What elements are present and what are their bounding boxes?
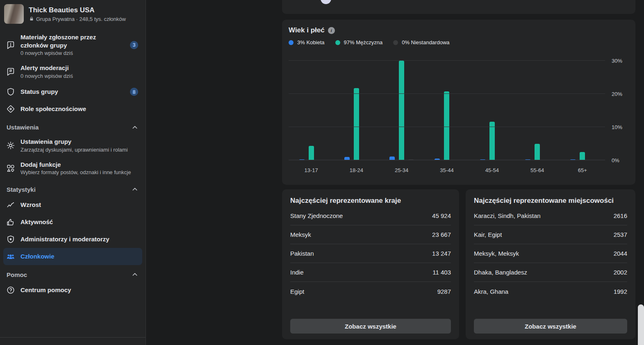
report-bubble-icon xyxy=(6,40,16,50)
info-icon[interactable]: i xyxy=(328,27,335,34)
sidebar-section-stats[interactable]: Statystyki xyxy=(0,180,146,196)
see-all-countries-button[interactable]: Zobacz wszystkie xyxy=(290,319,451,334)
lock-icon xyxy=(29,16,34,22)
question-circle-icon xyxy=(6,285,16,295)
chart-plot-area xyxy=(289,54,605,160)
bar-mężczyzna xyxy=(535,144,540,160)
avatar xyxy=(321,0,331,4)
sidebar-item-sub: 0 nowych wpisów dziś xyxy=(20,73,138,79)
sidebar-section-settings[interactable]: Ustawienia xyxy=(0,118,146,134)
country-value: 13 247 xyxy=(432,250,451,257)
legend-dot xyxy=(393,40,398,45)
sidebar-item-group-settings[interactable]: Ustawienia grupy Zarządzaj dyskusjami, u… xyxy=(3,134,142,157)
sidebar-item-label: Wzrost xyxy=(20,201,138,209)
bar-group xyxy=(334,54,379,160)
top-cities-card: Najczęściej reprezentowane miejscowości … xyxy=(466,189,635,339)
sidebar-item-activity[interactable]: Aktywność xyxy=(3,213,142,231)
shield-star-icon xyxy=(6,234,16,244)
sidebar-item-members[interactable]: Członkowie xyxy=(3,248,142,265)
sidebar-item-add-features[interactable]: Dodaj funkcje Wybierz formaty postów, od… xyxy=(3,157,142,180)
bar-mężczyzna xyxy=(399,61,404,160)
country-value: 11 403 xyxy=(432,269,451,276)
sidebar-item-label: Centrum pomocy xyxy=(20,286,138,294)
bar-group xyxy=(560,54,605,160)
sidebar-item-help-center[interactable]: Centrum pomocy xyxy=(3,281,142,299)
notification-badge: 3 xyxy=(130,41,138,49)
bar-mężczyzna xyxy=(580,152,585,160)
city-value: 2044 xyxy=(614,250,627,257)
country-name: Stany Zjednoczone xyxy=(290,212,343,219)
table-row: Meksyk, Meksyk 2044 xyxy=(474,244,627,263)
top-countries-card: Najczęściej reprezentowane kraje Stany Z… xyxy=(282,189,459,339)
sidebar-item-label: Aktywność xyxy=(20,218,138,226)
sidebar-item-label: Administratorzy i moderatorzy xyxy=(20,235,138,243)
chart-legend: 3% Kobieta 97% Mężczyzna 0% Niestandardo… xyxy=(289,39,629,45)
group-title: Thick Beauties USA xyxy=(29,6,126,14)
sidebar: Thick Beauties USA Grupa Prywatna · 248,… xyxy=(0,0,146,345)
bar-group xyxy=(379,54,424,160)
sidebar-item-growth[interactable]: Wzrost xyxy=(3,196,142,213)
group-header[interactable]: Thick Beauties USA Grupa Prywatna · 248,… xyxy=(0,0,146,27)
bar-mężczyzna xyxy=(309,146,314,160)
city-name: Meksyk, Meksyk xyxy=(474,250,519,257)
alert-bubble-icon xyxy=(6,67,16,77)
shapes-icon xyxy=(6,163,16,173)
growth-chart-icon xyxy=(6,200,16,210)
sidebar-item-label: Alerty moderacji xyxy=(20,64,138,72)
legend-label: 3% Kobieta xyxy=(297,39,325,45)
facebook-group-admin-screen: Thick Beauties USA Grupa Prywatna · 248,… xyxy=(0,0,644,345)
chevron-up-icon xyxy=(132,124,138,131)
sidebar-item-admins-moderators[interactable]: Administratorzy i moderatorzy xyxy=(3,231,142,248)
sidebar-item-sub: 0 nowych wpisów dziś xyxy=(20,50,125,57)
bar-group xyxy=(289,54,334,160)
y-axis-label: 10% xyxy=(612,124,622,130)
y-axis-label: 30% xyxy=(612,58,622,64)
country-value: 9287 xyxy=(437,288,451,295)
gear-icon xyxy=(6,141,16,150)
x-axis-label: 13-17 xyxy=(289,167,334,173)
sidebar-item-label: Status grupy xyxy=(20,88,125,96)
table-row: Kair, Egipt 2537 xyxy=(474,225,627,244)
sidebar-item-sub: Zarządzaj dyskusjami, uprawnieniami i ro… xyxy=(20,147,138,153)
sidebar-item-sub: Wybierz formaty postów, odznaki i inne f… xyxy=(20,169,138,176)
shield-icon xyxy=(6,87,16,97)
sidebar-section-help[interactable]: Pomoc xyxy=(0,265,146,281)
table-row: Akra, Ghana 1992 xyxy=(474,282,627,301)
legend-item-custom: 0% Niestandardowa xyxy=(393,39,449,45)
y-axis-label: 20% xyxy=(612,91,622,97)
gridline xyxy=(289,60,605,61)
sidebar-item-moderation-alerts[interactable]: Alerty moderacji 0 nowych wpisów dziś xyxy=(3,60,142,83)
sidebar-item-reported-content[interactable]: Materiały zgłoszone przez członków grupy… xyxy=(3,30,142,60)
legend-item-male: 97% Mężczyzna xyxy=(335,39,383,45)
country-value: 23 667 xyxy=(432,231,451,238)
table-row: Stany Zjednoczone 45 924 xyxy=(290,207,451,225)
legend-label: 0% Niestandardowa xyxy=(402,39,449,45)
bar-group xyxy=(424,54,469,160)
sidebar-item-group-status[interactable]: Status grupy 8 xyxy=(3,83,142,100)
group-meta: Grupa Prywatna · 248,5 tys. członków xyxy=(36,16,126,22)
gridline xyxy=(289,127,605,127)
sidebar-item-community-roles[interactable]: Role społecznościowe xyxy=(3,100,142,118)
scrollbar-thumb[interactable] xyxy=(638,304,644,345)
bar-group xyxy=(469,54,514,160)
table-title: Najczęściej reprezentowane miejscowości xyxy=(474,197,627,205)
x-axis-label: 55-64 xyxy=(514,167,560,173)
legend-dot xyxy=(335,40,340,45)
sidebar-item-label: Dodaj funkcje xyxy=(20,161,138,169)
country-name: Egipt xyxy=(290,288,304,295)
x-axis-label: 25-34 xyxy=(379,167,424,173)
city-value: 1992 xyxy=(614,288,627,295)
gridline xyxy=(289,160,605,160)
chart-groups xyxy=(289,54,605,160)
city-name: Akra, Ghana xyxy=(474,288,508,295)
group-avatar[interactable] xyxy=(4,4,24,24)
chart-yticks: 0%10%20%30% xyxy=(605,54,629,160)
city-name: Dhaka, Bangladesz xyxy=(474,269,527,276)
chevron-up-icon xyxy=(132,186,138,193)
members-people-icon xyxy=(6,252,16,261)
see-all-cities-button[interactable]: Zobacz wszystkie xyxy=(474,319,627,334)
section-title: Pomoc xyxy=(7,271,27,278)
x-axis-label: 45-54 xyxy=(469,167,514,173)
country-name: Indie xyxy=(290,269,304,276)
section-title: Statystyki xyxy=(7,186,36,193)
